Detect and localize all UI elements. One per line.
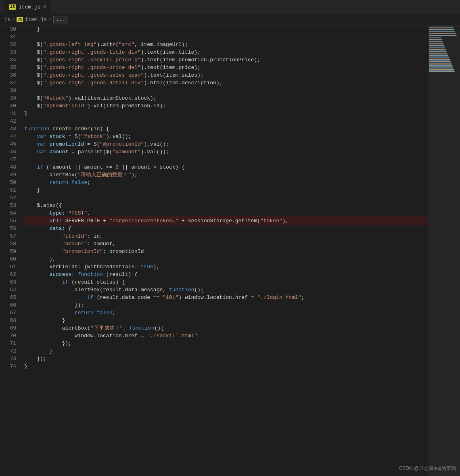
code-token (24, 271, 49, 278)
code-token: function (169, 287, 194, 293)
code-token (24, 210, 49, 216)
editor-tab[interactable]: JS item.js × (4, 0, 51, 14)
code-line: $.ajax({ (24, 202, 428, 209)
code-line: var promotionId = $("#promotionId").val(… (24, 140, 428, 148)
line-number: 46 (0, 148, 16, 156)
code-token: $( (24, 103, 43, 109)
code-token: $.ajax({ (24, 203, 62, 209)
code-token: xhrFields: {withCredentials: (24, 264, 141, 270)
code-token: var (37, 141, 49, 147)
code-line: "amount": amount, (24, 240, 428, 248)
line-number: 55 (0, 217, 16, 225)
line-number: 42 (0, 117, 16, 125)
line-number: 74 (0, 363, 16, 370)
code-token: ).val(item.promotion.id); (87, 103, 166, 109)
code-token: success (49, 271, 71, 278)
code-token: ".goods-right .goods-price del" (43, 65, 141, 71)
code-line: } (24, 25, 428, 33)
code-token: (!amount || amount <= (46, 164, 116, 170)
breadcrumb-sep-1: > (12, 17, 15, 23)
code-line: $("#promotionId").val(item.promotion.id)… (24, 102, 428, 110)
code-token: } (24, 111, 27, 117)
code-token: ; (301, 294, 305, 301)
code-token: ).attr( (96, 42, 119, 48)
code-token: ; (112, 310, 115, 316)
line-number: 30 (0, 25, 16, 33)
code-token (24, 279, 62, 285)
code-token: ".goods-right .goods-detail div" (43, 80, 144, 86)
code-token: "src" (119, 42, 134, 48)
code-token (24, 141, 37, 147)
line-number: 58 (0, 240, 16, 248)
code-line: if (result.data.code == "101") window.lo… (24, 294, 428, 301)
line-number: 49 (0, 171, 16, 179)
code-line: $(".goods-right .goods-title div").text(… (24, 48, 428, 56)
code-token: ).text(item.sales); (144, 72, 203, 78)
js-file-icon: JS (9, 4, 16, 10)
code-token (24, 310, 75, 316)
line-number: 65 (0, 294, 16, 301)
code-line: data: { (24, 225, 428, 232)
code-token: : (62, 210, 69, 216)
code-token: var (37, 149, 49, 155)
line-number: 53 (0, 202, 16, 209)
line-number: 32 (0, 41, 16, 48)
code-token: false (71, 180, 87, 186)
line-number: 38 (0, 87, 16, 94)
code-token: "#promotionId" (43, 103, 87, 109)
code-token: false (96, 310, 112, 316)
code-token: $( (24, 95, 43, 101)
watermark: CSDN @只会写bug的菜鸡 (399, 465, 456, 472)
code-token: ), (282, 218, 289, 224)
line-number: 62 (0, 271, 16, 278)
code-token: return (75, 310, 97, 316)
code-token: = $( (65, 134, 81, 140)
line-number: 31 (0, 33, 16, 41)
line-number: 66 (0, 301, 16, 309)
code-token: $( (24, 72, 43, 78)
code-token: return (49, 180, 71, 186)
code-token: ).val(); (106, 134, 131, 140)
code-token: , (87, 210, 90, 216)
code-token: , (123, 325, 129, 331)
code-token: + sessionStorage.getItem( (178, 218, 260, 224)
code-token: "101" (163, 294, 178, 301)
line-number: 57 (0, 232, 16, 240)
code-line: "itemId": id, (24, 232, 428, 240)
code-token: 0 (115, 164, 119, 170)
line-number: 41 (0, 110, 16, 117)
line-number: 70 (0, 332, 16, 340)
code-token: "POST" (68, 210, 87, 216)
code-token: "itemId" (62, 233, 87, 239)
line-number: 47 (0, 156, 16, 163)
code-token: "下单成功！" (90, 325, 123, 331)
code-token: ).val()); (141, 149, 169, 155)
code-token: true (141, 264, 153, 270)
line-number: 73 (0, 355, 16, 363)
code-token (24, 149, 37, 155)
title-bar: JS item.js × (0, 0, 460, 14)
code-token: }); (24, 302, 84, 308)
code-token: ".goods-right .seckill-price b" (43, 57, 141, 63)
code-line: } (24, 347, 428, 355)
code-token: } (24, 363, 27, 370)
code-token: : { (62, 225, 71, 232)
code-token: if (37, 164, 46, 170)
code-line: alertBox("下单成功！", function(){ (24, 324, 428, 332)
tab-close-button[interactable]: × (43, 4, 46, 10)
code-token: } (24, 187, 40, 193)
line-number: 34 (0, 56, 16, 64)
code-line: url: SERVER_PATH + "/order/create?token=… (24, 217, 428, 225)
code-token: : id, (87, 233, 103, 239)
code-line: }); (24, 340, 428, 347)
code-line (24, 87, 428, 94)
code-token: $( (24, 65, 43, 71)
line-number: 45 (0, 140, 16, 148)
code-token: = parseInt($( (68, 149, 112, 155)
line-number: 50 (0, 179, 16, 186)
code-token: alertBox( (24, 172, 78, 178)
code-token: = $( (84, 141, 100, 147)
code-token: (result.status) { (71, 279, 125, 285)
code-line: } (24, 363, 428, 370)
line-numbers: 3031323334353637383940414243444546474849… (0, 25, 20, 476)
